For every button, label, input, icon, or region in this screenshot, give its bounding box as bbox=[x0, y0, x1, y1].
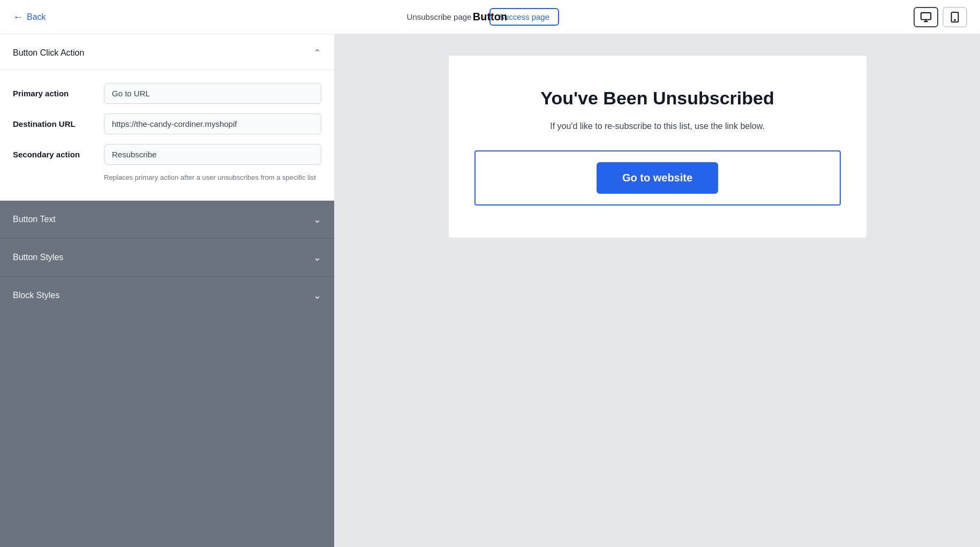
button-text-section[interactable]: Button Text ⌄ bbox=[0, 201, 334, 239]
button-styles-title: Button Styles bbox=[13, 253, 63, 262]
preview-card: You've Been Unsubscribed If you'd like t… bbox=[449, 56, 866, 238]
back-label: Back bbox=[27, 12, 46, 22]
breadcrumb-unsubscribe[interactable]: Unsubscribe page bbox=[401, 9, 478, 25]
page-title: Button bbox=[473, 11, 507, 23]
button-click-action-form: Primary action Destination URL Secondary… bbox=[0, 70, 334, 201]
svg-point-2 bbox=[954, 19, 955, 20]
main-content: Button Click Action ⌃ Primary action Des… bbox=[0, 34, 980, 547]
preview-button-container: Go to website bbox=[474, 150, 841, 206]
top-nav: ← Back Button Unsubscribe page › Success… bbox=[0, 0, 980, 34]
collapse-chevron-icon: ⌃ bbox=[313, 47, 321, 59]
back-arrow-icon: ← bbox=[13, 11, 24, 23]
button-styles-section[interactable]: Button Styles ⌄ bbox=[0, 239, 334, 277]
button-click-action-title: Button Click Action bbox=[13, 48, 84, 58]
primary-action-input[interactable] bbox=[104, 83, 321, 104]
destination-url-row: Destination URL bbox=[13, 113, 321, 134]
block-styles-section[interactable]: Block Styles ⌄ bbox=[0, 277, 334, 314]
mobile-icon bbox=[949, 11, 961, 23]
destination-url-input[interactable] bbox=[104, 113, 321, 134]
preview-subtext: If you'd like to re-subscribe to this li… bbox=[550, 121, 765, 131]
secondary-action-hint: Replaces primary action after a user uns… bbox=[104, 172, 321, 183]
block-styles-title: Block Styles bbox=[13, 291, 59, 300]
preview-heading: You've Been Unsubscribed bbox=[540, 88, 774, 109]
back-button[interactable]: ← Back bbox=[13, 11, 46, 23]
secondary-action-label: Secondary action bbox=[13, 150, 104, 159]
svg-rect-0 bbox=[921, 12, 931, 19]
button-text-title: Button Text bbox=[13, 215, 56, 224]
primary-action-row: Primary action bbox=[13, 83, 321, 104]
left-panel: Button Click Action ⌃ Primary action Des… bbox=[0, 34, 335, 547]
button-click-action-header[interactable]: Button Click Action ⌃ bbox=[0, 34, 334, 70]
collapsed-sections-area: Button Text ⌄ Button Styles ⌄ Block Styl… bbox=[0, 201, 334, 548]
nav-left: ← Back bbox=[13, 11, 46, 23]
secondary-action-input[interactable] bbox=[104, 144, 321, 165]
nav-right bbox=[914, 7, 967, 27]
mobile-view-button[interactable] bbox=[943, 7, 967, 27]
block-styles-chevron-icon: ⌄ bbox=[313, 290, 321, 301]
desktop-icon bbox=[920, 11, 932, 23]
preview-cta-button[interactable]: Go to website bbox=[597, 162, 718, 194]
destination-url-label: Destination URL bbox=[13, 119, 104, 128]
primary-action-label: Primary action bbox=[13, 89, 104, 98]
button-styles-chevron-icon: ⌄ bbox=[313, 252, 321, 263]
secondary-action-row: Secondary action bbox=[13, 144, 321, 165]
button-text-chevron-icon: ⌄ bbox=[313, 214, 321, 225]
desktop-view-button[interactable] bbox=[914, 7, 938, 27]
right-panel: You've Been Unsubscribed If you'd like t… bbox=[335, 34, 980, 547]
